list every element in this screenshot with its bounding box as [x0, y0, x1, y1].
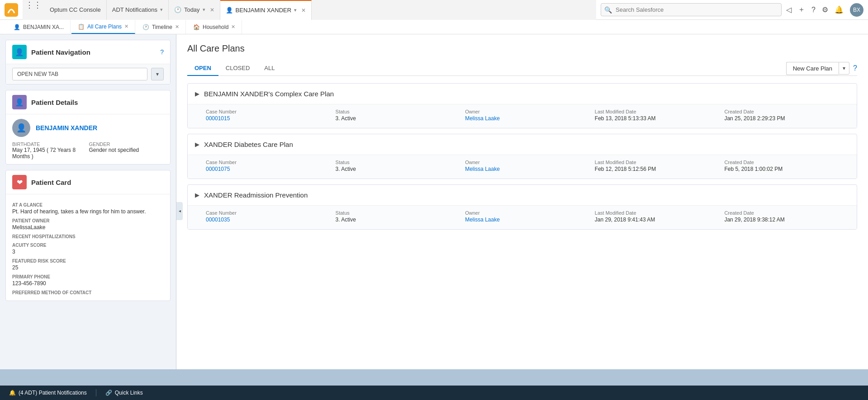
patient-details-title: Patient Details — [31, 99, 164, 106]
search-input[interactable] — [601, 3, 782, 16]
sub-tab-timeline-label: Timeline — [152, 24, 172, 30]
tab-console-label: Optum CC Console — [50, 6, 101, 13]
plan1-case-number-value[interactable]: 00001015 — [206, 115, 331, 122]
tab-benjamin[interactable]: 👤 BENJAMIN XANDER ▾ ✕ — [220, 0, 312, 20]
chevron-down-icon-today: ▾ — [203, 7, 205, 13]
sub-tab-timeline[interactable]: 🕐 Timeline ✕ — [136, 20, 186, 34]
help-icon-top[interactable]: ? — [811, 6, 816, 14]
plan3-last-modified-value: Jan 29, 2018 9:41:43 AM — [595, 216, 720, 223]
gender-field: Gender Gender not specified — [89, 141, 164, 160]
plan1-owner-label: Owner — [465, 109, 590, 114]
plan2-created-date-value: Feb 5, 2018 1:00:02 PM — [724, 166, 849, 172]
content-area: All Care Plans OPEN CLOSED ALL New Care … — [176, 34, 868, 369]
patient-card-body: AT A GLANCE Pt. Hard of hearing, takes a… — [6, 194, 170, 301]
close-timeline-icon[interactable]: ✕ — [175, 24, 179, 30]
help-icon-nav[interactable]: ? — [160, 48, 164, 56]
care-plan-3-title: XANDER Readmission Prevention — [204, 191, 308, 199]
care-plan-tabs: OPEN CLOSED ALL New Care Plan ▾ ? — [187, 61, 857, 76]
close-care-plans-icon[interactable]: ✕ — [124, 24, 128, 29]
quick-links-item[interactable]: 🔗 Quick Links — [102, 390, 147, 396]
patient-card-title: Patient Card — [31, 179, 164, 186]
plan3-status-field: Status 3. Active — [336, 210, 461, 223]
care-plans-list: ▶ BENJAMIN XANDER's Complex Care Plan Ca… — [187, 83, 857, 230]
app-logo[interactable] — [5, 3, 18, 17]
tab-adt-label: ADT Notifications — [112, 6, 157, 13]
navigation-icon-box: 👤 — [12, 45, 27, 59]
open-new-tab-dropdown[interactable]: ▾ — [151, 68, 164, 80]
plan2-created-date-label: Created Date — [724, 160, 849, 165]
birthdate-value: May 17, 1945 ( 72 Years 8 Months ) — [12, 147, 87, 160]
sidebar-collapse-handle[interactable]: ◂ — [176, 202, 183, 220]
close-household-icon[interactable]: ✕ — [231, 24, 235, 30]
plan3-created-date-field: Created Date Jan 29, 2018 9:38:12 AM — [724, 210, 849, 223]
plan2-last-modified-label: Last Modified Date — [595, 160, 720, 165]
plan3-owner-field: Owner Melissa Laake — [465, 210, 590, 223]
care-plan-2-title: XANDER Diabetes Care Plan — [204, 141, 293, 148]
page-title: All Care Plans — [187, 43, 857, 54]
sub-tab-benjamin-label: BENJAMIN XA... — [23, 24, 64, 30]
patient-details-header: 👤 Patient Details — [6, 90, 170, 114]
care-plan-1-header[interactable]: ▶ BENJAMIN XANDER's Complex Care Plan — [188, 84, 857, 104]
notifications-item[interactable]: 🔔 (4 ADT) Patient Notifications — [5, 390, 90, 396]
tab-open[interactable]: OPEN — [187, 61, 218, 76]
plan2-owner-value[interactable]: Melissa Laake — [465, 166, 590, 172]
care-plan-3-header[interactable]: ▶ XANDER Readmission Prevention — [188, 185, 857, 205]
expand-icon-2: ▶ — [195, 141, 199, 148]
patient-card-section: ❤ Patient Card AT A GLANCE Pt. Hard of h… — [5, 170, 171, 301]
bell-icon[interactable]: 🔔 — [835, 5, 844, 14]
patient-avatar: 👤 — [12, 119, 30, 137]
patient-card-header: ❤ Patient Card — [6, 170, 170, 194]
plan2-created-date-field: Created Date Feb 5, 2018 1:00:02 PM — [724, 160, 849, 172]
patient-owner-label: PATIENT OWNER — [12, 218, 164, 223]
plan1-owner-value[interactable]: Melissa Laake — [465, 115, 590, 122]
main-layout: 👤 Patient Navigation ? OPEN NEW TAB ▾ 👤 … — [0, 34, 868, 369]
birthdate-label: Birthdate — [12, 141, 87, 147]
tab-closed[interactable]: CLOSED — [218, 61, 257, 76]
clock-icon: 🕐 — [174, 6, 181, 13]
sub-tab-all-care-plans[interactable]: 📋 All Care Plans ✕ — [71, 20, 135, 34]
sub-tab-benjamin[interactable]: 👤 BENJAMIN XA... — [7, 20, 71, 34]
plan2-case-number-field: Case Number 00001075 — [206, 160, 331, 172]
care-plan-2-header[interactable]: ▶ XANDER Diabetes Care Plan — [188, 134, 857, 155]
user-avatar[interactable]: BX — [850, 3, 863, 17]
open-new-tab-row: OPEN NEW TAB ▾ — [6, 64, 170, 84]
at-a-glance-value: Pt. Hard of hearing, takes a few rings f… — [12, 208, 164, 215]
new-care-plan-button[interactable]: New Care Plan — [786, 62, 839, 75]
plan3-case-number-field: Case Number 00001035 — [206, 210, 331, 223]
tab-adt[interactable]: ADT Notifications ▾ — [107, 0, 169, 20]
settings-icon[interactable]: ⚙ — [822, 5, 828, 14]
clock-icon-sub: 🕐 — [142, 24, 149, 30]
plan1-created-date-value: Jan 25, 2018 2:29:23 PM — [724, 115, 849, 122]
tab-console[interactable]: Optum CC Console — [44, 0, 107, 20]
add-icon[interactable]: ＋ — [798, 5, 805, 14]
care-plan-1-title: BENJAMIN XANDER's Complex Care Plan — [204, 90, 334, 98]
help-icon-content[interactable]: ? — [853, 64, 857, 72]
close-benjamin-icon[interactable]: ✕ — [301, 7, 306, 14]
care-plan-1-details: Case Number 00001015 Status 3. Active Ow… — [188, 104, 857, 128]
sub-tabs: 👤 BENJAMIN XA... 📋 All Care Plans ✕ 🕐 Ti… — [0, 20, 868, 34]
open-new-tab-button[interactable]: OPEN NEW TAB — [12, 68, 147, 80]
patient-name-link[interactable]: BENJAMIN XANDER — [36, 124, 97, 132]
person-avatar-icon: 👤 — [16, 123, 26, 133]
new-care-plan-container: New Care Plan ▾ ? — [786, 62, 857, 75]
plan3-case-number-label: Case Number — [206, 210, 331, 216]
grid-menu-icon[interactable]: ⋮⋮ — [25, 0, 42, 20]
plan3-case-number-value[interactable]: 00001035 — [206, 216, 331, 223]
close-today-icon[interactable]: ✕ — [210, 7, 214, 13]
plan1-owner-field: Owner Melissa Laake — [465, 109, 590, 122]
recent-hosp-label: RECENT HOSPITALIZATIONS — [12, 234, 164, 239]
tab-today[interactable]: 🕐 Today ▾ ✕ — [169, 0, 220, 20]
top-bar: ⋮⋮ Optum CC Console ADT Notifications ▾ … — [0, 0, 868, 20]
birthdate-field: Birthdate May 17, 1945 ( 72 Years 8 Mont… — [12, 141, 87, 160]
plan3-owner-label: Owner — [465, 210, 590, 216]
new-care-plan-dropdown[interactable]: ▾ — [839, 62, 849, 75]
tab-benjamin-label: BENJAMIN XANDER — [236, 7, 292, 14]
plan2-case-number-value[interactable]: 00001075 — [206, 166, 331, 172]
plan2-status-value: 3. Active — [336, 166, 461, 172]
tab-all[interactable]: ALL — [257, 61, 282, 76]
plan3-owner-value[interactable]: Melissa Laake — [465, 216, 590, 223]
patient-navigation-header: 👤 Patient Navigation ? — [6, 40, 170, 64]
sub-tab-household[interactable]: 🏠 Household ✕ — [187, 20, 242, 34]
back-icon[interactable]: ◁ — [786, 5, 792, 14]
primary-phone-label: PRIMARY PHONE — [12, 274, 164, 279]
